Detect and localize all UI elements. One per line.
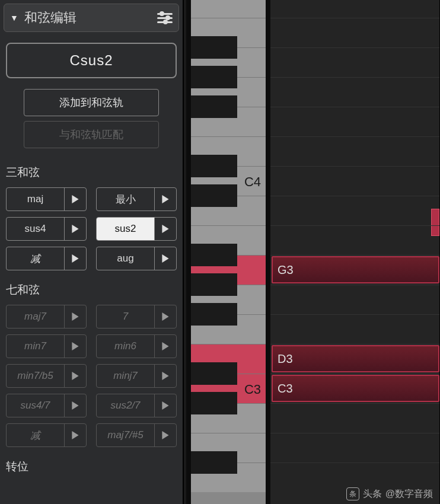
seventh-minj7[interactable]: minj7 xyxy=(96,364,177,388)
play-icon[interactable] xyxy=(155,218,176,240)
svg-marker-12 xyxy=(72,401,78,410)
chord-label: 减 xyxy=(7,247,65,270)
chord-label: aug xyxy=(97,247,155,270)
black-key-below-G4[interactable] xyxy=(191,66,237,88)
play-icon[interactable] xyxy=(155,365,176,387)
sevenths-section-label: 七和弦 xyxy=(6,282,177,298)
lane-D4[interactable] xyxy=(270,136,439,166)
seventh-sus4-7[interactable]: sus4/7 xyxy=(6,394,87,417)
match-chord-track-button: 与和弦轨匹配 xyxy=(24,121,159,148)
lane-G4[interactable] xyxy=(270,47,439,77)
seventh-7[interactable]: 7 xyxy=(96,305,177,328)
chord-label: sus4 xyxy=(7,218,65,240)
lane-B4[interactable] xyxy=(270,0,439,18)
lane-A3[interactable] xyxy=(270,225,439,255)
chord-label: 最小 xyxy=(97,188,155,210)
svg-marker-3 xyxy=(162,225,168,233)
seventh-maj7[interactable]: maj7 xyxy=(6,305,87,328)
lane-F3[interactable] xyxy=(270,285,439,314)
play-icon[interactable] xyxy=(155,247,176,270)
chord-label: min7 xyxy=(7,335,65,358)
seventh-maj7--5[interactable]: maj7/#5 xyxy=(96,423,177,447)
chord-label: maj xyxy=(7,188,65,210)
play-icon[interactable] xyxy=(65,305,86,328)
play-icon[interactable] xyxy=(65,365,86,387)
black-key-below-A3[interactable] xyxy=(191,244,237,266)
play-icon[interactable] xyxy=(155,394,176,417)
play-icon[interactable] xyxy=(65,394,86,417)
watermark-prefix: 头条 xyxy=(363,488,382,500)
black-key-below-F3[interactable] xyxy=(191,303,237,326)
seventh-min7[interactable]: min7 xyxy=(6,334,87,358)
black-key-below-A2[interactable] xyxy=(191,451,237,474)
black-key-below-G3[interactable] xyxy=(191,273,237,296)
triads-grid: maj最小sus4sus2减aug xyxy=(4,187,179,270)
lane-A2[interactable] xyxy=(270,433,439,462)
piano-roll[interactable]: G3D3C3 xyxy=(270,0,440,504)
chord-label: 7 xyxy=(97,305,155,328)
play-icon[interactable] xyxy=(65,424,86,446)
seventh-sus2-7[interactable]: sus2/7 xyxy=(96,394,177,417)
key-label: C3 xyxy=(244,382,261,397)
triad-aug[interactable]: aug xyxy=(96,247,177,270)
note-C3[interactable]: C3 xyxy=(272,375,439,402)
note-D3[interactable]: D3 xyxy=(272,345,439,372)
panel-header[interactable]: ▼ 和弦编辑 xyxy=(4,4,179,32)
svg-marker-0 xyxy=(72,195,78,203)
chord-label: min7/b5 xyxy=(7,365,65,387)
svg-marker-15 xyxy=(162,431,168,439)
black-key-below-F4[interactable] xyxy=(191,95,237,118)
settings-icon[interactable] xyxy=(157,10,173,25)
lane-F4[interactable] xyxy=(270,77,439,107)
collapse-triangle-icon[interactable]: ▼ xyxy=(10,13,18,23)
note-G3[interactable]: G3 xyxy=(272,256,439,283)
chord-name-display: Csus2 xyxy=(6,43,177,78)
chord-label: sus2 xyxy=(97,218,155,240)
svg-marker-5 xyxy=(162,254,168,263)
play-icon[interactable] xyxy=(65,188,86,210)
watermark-icon: 条 xyxy=(346,487,359,500)
lane-C4[interactable] xyxy=(270,166,439,196)
chord-label: 减 xyxy=(7,424,65,446)
add-to-chord-track-button[interactable]: 添加到和弦轨 xyxy=(24,89,159,116)
white-key-B4[interactable] xyxy=(191,0,266,18)
play-icon[interactable] xyxy=(155,188,176,210)
svg-marker-11 xyxy=(162,372,168,380)
triad-sus4[interactable]: sus4 xyxy=(6,217,87,241)
chord-label: min6 xyxy=(97,335,155,358)
play-icon[interactable] xyxy=(65,247,86,270)
lane-B2[interactable] xyxy=(270,403,439,433)
black-key-below-D4[interactable] xyxy=(191,155,237,177)
chord-label: maj7 xyxy=(7,305,65,328)
lane-E4[interactable] xyxy=(270,107,439,136)
play-icon[interactable] xyxy=(155,305,176,328)
black-key-below-A4[interactable] xyxy=(191,36,237,59)
black-key-below-D3[interactable] xyxy=(191,362,237,385)
chord-label: maj7/#5 xyxy=(97,424,155,446)
chord-label: sus4/7 xyxy=(7,394,65,417)
lane-A4[interactable] xyxy=(270,18,439,47)
play-icon[interactable] xyxy=(65,218,86,240)
triad-sus2[interactable]: sus2 xyxy=(96,217,177,241)
watermark-handle: @数字音频 xyxy=(385,488,433,500)
piano-keyboard[interactable]: C4C3 xyxy=(186,0,270,504)
svg-marker-2 xyxy=(72,225,78,233)
black-key-below-C3[interactable] xyxy=(191,392,237,414)
seventh-min7-b5[interactable]: min7/b5 xyxy=(6,364,87,388)
svg-marker-14 xyxy=(72,431,78,439)
triad-最小[interactable]: 最小 xyxy=(96,187,177,211)
lane-E3[interactable] xyxy=(270,314,439,344)
black-key-below-C4[interactable] xyxy=(191,184,237,207)
svg-marker-9 xyxy=(162,342,168,350)
seventh-减[interactable]: 减 xyxy=(6,423,87,447)
svg-marker-13 xyxy=(162,401,168,410)
play-icon[interactable] xyxy=(65,335,86,358)
play-icon[interactable] xyxy=(155,424,176,446)
triad-maj[interactable]: maj xyxy=(6,187,87,211)
play-icon[interactable] xyxy=(155,335,176,358)
key-label: C4 xyxy=(244,174,261,190)
triad-减[interactable]: 减 xyxy=(6,247,87,270)
seventh-min6[interactable]: min6 xyxy=(96,334,177,358)
svg-marker-1 xyxy=(162,195,168,203)
lane-B3[interactable] xyxy=(270,196,439,225)
